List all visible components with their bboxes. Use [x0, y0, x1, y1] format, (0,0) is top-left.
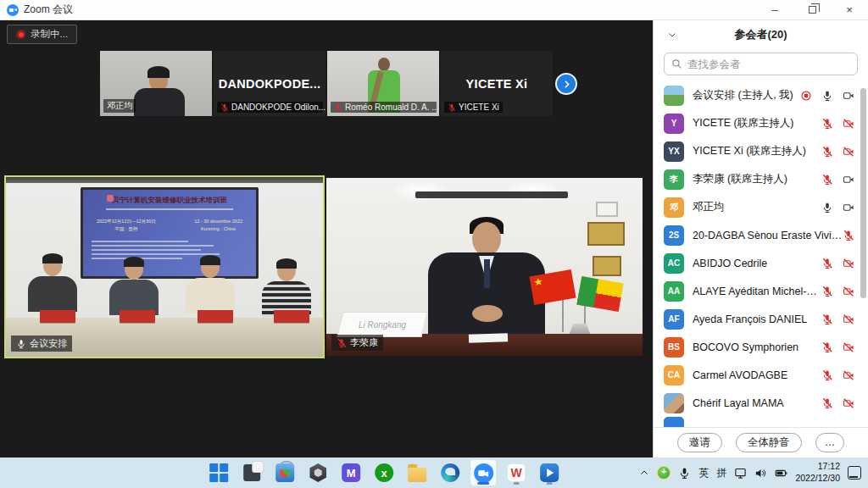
notification-center-icon[interactable]	[848, 466, 861, 480]
avatar	[664, 417, 684, 427]
mic-muted-icon[interactable]	[821, 146, 833, 158]
avatar: CA	[664, 365, 684, 385]
plaque	[593, 256, 621, 276]
participant-row[interactable]: AC ABIDJO Cedrile	[654, 249, 868, 277]
camera-muted-icon[interactable]	[843, 258, 854, 269]
window-title: Zoom 会议	[24, 3, 73, 17]
mic-muted-icon[interactable]	[821, 313, 833, 325]
camera-on-icon[interactable]	[843, 174, 854, 186]
participant-row[interactable]: Chérif Layal MAMA	[654, 389, 868, 417]
media-player-icon	[540, 463, 559, 482]
mute-all-button[interactable]: 全体静音	[736, 433, 802, 452]
participants-scrollbar[interactable]	[860, 88, 866, 298]
mic-muted-icon[interactable]	[821, 258, 833, 269]
close-button[interactable]: ×	[831, 0, 868, 19]
camera-muted-icon[interactable]	[843, 118, 854, 130]
mic-muted-icon[interactable]	[821, 341, 833, 353]
search-participants-box[interactable]	[664, 53, 858, 75]
avatar: 李	[664, 169, 684, 190]
restore-button[interactable]	[793, 0, 831, 19]
participant-row[interactable]: CA Carmel AVODAGBE	[654, 361, 868, 389]
camera-muted-icon[interactable]	[843, 341, 854, 353]
participant-row[interactable]: YX YICETE Xi (联席主持人)	[654, 137, 868, 165]
main-video-li-rongkang[interactable]: ★ Li Rongkang 李荣康	[326, 178, 643, 356]
participant-name-label: Roméo Romuald D. A. ...	[331, 102, 437, 113]
minimize-button[interactable]: –	[756, 0, 793, 19]
camera-on-icon[interactable]	[843, 202, 854, 214]
ime-language-indicator[interactable]: 英	[698, 466, 709, 480]
task-view-button[interactable]	[239, 460, 264, 485]
participant-name-label: DANDOKPODE Odilon...	[217, 102, 323, 113]
mic-muted-icon[interactable]	[821, 118, 833, 130]
thumbnail-dengzhengjun[interactable]: 邓正均	[100, 51, 212, 116]
avatar: BS	[664, 337, 684, 358]
camera-muted-icon[interactable]	[843, 146, 854, 158]
display-cast-icon[interactable]	[734, 467, 747, 480]
tray-expand-icon[interactable]	[639, 468, 649, 478]
clock[interactable]: 17:12 2022/12/30	[795, 461, 840, 484]
zoom-app-icon	[474, 463, 493, 483]
microsoft-store-button[interactable]	[272, 460, 298, 485]
more-options-button[interactable]: …	[815, 433, 845, 452]
zoom-app-button[interactable]	[470, 460, 496, 485]
mic-muted-icon	[337, 338, 347, 348]
participant-row[interactable]: AA ALAYE Ayéditan Michel-Frank	[654, 277, 868, 305]
camera-muted-icon[interactable]	[843, 313, 854, 325]
mic-muted-icon[interactable]	[821, 369, 833, 381]
mic-muted-icon[interactable]	[821, 397, 833, 409]
mic-on-icon[interactable]	[821, 90, 833, 102]
invite-button[interactable]: 邀请	[677, 433, 722, 452]
camera-muted-icon[interactable]	[843, 397, 854, 409]
thumbnail-dandokpode[interactable]: DANDOKPODE... DANDOKPODE Odilon...	[214, 51, 326, 116]
camera-muted-icon[interactable]	[843, 369, 854, 381]
zoom-logo-icon	[7, 4, 19, 16]
mic-muted-icon[interactable]	[843, 230, 854, 241]
windows-taskbar: M x W 英 拼 17:12 2022/12/30	[0, 458, 868, 488]
microphone-tray-icon[interactable]	[678, 467, 691, 480]
next-video-page-button[interactable]	[555, 73, 577, 95]
seated-person	[186, 257, 235, 313]
mic-muted-icon[interactable]	[821, 286, 833, 297]
edge-browser-button[interactable]	[437, 460, 463, 485]
media-player-button[interactable]	[537, 460, 562, 485]
xbox-button[interactable]: x	[371, 460, 397, 485]
thumbnail-yicete-xi[interactable]: YICETE Xi YICETE Xi	[441, 51, 553, 116]
participant-row[interactable]: BS BOCOVO Symphorien	[654, 333, 868, 361]
restore-icon	[809, 6, 816, 14]
participant-row[interactable]: Y YICETE (联席主持人)	[654, 109, 868, 137]
window-titlebar: Zoom 会议 – ×	[0, 0, 868, 20]
mic-on-icon[interactable]	[821, 202, 833, 214]
start-button[interactable]	[206, 460, 231, 485]
main-video-meeting-host[interactable]: 贝宁计算机安装维修职业技术培训班 2022年12月12日—12月30日 中国 ·…	[4, 175, 325, 358]
participant-row[interactable]: 邓 邓正均	[654, 193, 868, 221]
volume-icon[interactable]	[754, 467, 767, 480]
system-tray: 英 拼 17:12 2022/12/30	[639, 458, 861, 488]
participant-name-label: YICETE Xi	[444, 102, 503, 113]
search-participants-input[interactable]	[687, 58, 850, 70]
meeting-area: 录制中... 邓正均 DANDOKPODE... DANDOKPODE Odil…	[0, 20, 653, 458]
recording-indicator[interactable]: 录制中...	[7, 25, 77, 44]
participant-row[interactable]: 李 李荣康 (联席主持人)	[654, 165, 868, 193]
zoom-meeting-window: Zoom 会议 – × 录制中... 邓正均 DANDOKPODE...	[0, 0, 868, 488]
hexagon-app-button[interactable]	[305, 460, 331, 485]
wps-office-button[interactable]: W	[504, 460, 529, 485]
thumbnail-romeo[interactable]: Roméo Romuald D. A. ...	[327, 51, 439, 116]
file-explorer-button[interactable]	[404, 460, 430, 485]
participant-row[interactable]: 会议安排 (主持人, 我)	[654, 81, 868, 109]
collapse-panel-icon[interactable]	[667, 30, 677, 40]
avatar: AA	[664, 281, 684, 302]
antivirus-tray-icon[interactable]	[657, 466, 670, 480]
participants-panel: 参会者(20) 会议安排 (主持人, 我) Y YICETE (联席主持人)	[653, 20, 868, 458]
camera-muted-icon[interactable]	[843, 286, 854, 297]
windows-start-icon	[209, 463, 228, 482]
desk-name-plate: Li Rongkang	[337, 312, 427, 337]
participant-row[interactable]: 2S 20-DAGBA Sènou Eraste Vivien	[654, 221, 868, 249]
m-app-button[interactable]: M	[338, 460, 364, 485]
task-view-icon	[243, 464, 260, 481]
avatar: YX	[664, 141, 684, 162]
mic-muted-icon[interactable]	[821, 174, 833, 186]
ime-pinyin-indicator[interactable]: 拼	[716, 466, 726, 480]
battery-icon[interactable]	[775, 467, 787, 480]
participant-row[interactable]: AF Ayeda François DANIEL	[654, 305, 868, 333]
camera-on-icon[interactable]	[843, 90, 854, 102]
